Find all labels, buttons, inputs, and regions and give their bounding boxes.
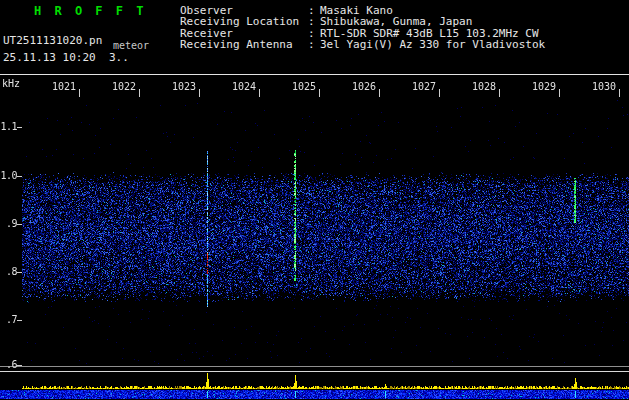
minute-tick	[499, 89, 500, 97]
khz-tick	[17, 365, 22, 366]
y-tick-label: 1.0	[0, 170, 17, 181]
hrofft-screen: H R O F F T UT2511131020.pn meteor 25.11…	[0, 0, 629, 400]
y-axis-unit: kHz	[2, 78, 20, 89]
minute-tick	[259, 89, 260, 97]
minute-tick	[139, 89, 140, 97]
datetime-line: 25.11.13 10:20 3..	[3, 52, 129, 64]
minute-tick	[559, 89, 560, 97]
info-label: Receiving Antenna	[180, 39, 308, 50]
header-separator	[0, 74, 629, 75]
station-info: Observer:Masaki Kano Receiving Location:…	[180, 5, 545, 51]
x-tick-label: 1022	[112, 81, 136, 92]
minute-tick	[439, 89, 440, 97]
minute-tick	[319, 89, 320, 97]
minute-tick	[79, 89, 80, 97]
x-tick-label: 1030	[592, 81, 616, 92]
y-tick-label: .7	[0, 314, 17, 325]
khz-tick	[17, 127, 22, 128]
output-filename: UT2511131020.pn	[3, 35, 102, 47]
minute-tick	[199, 89, 200, 97]
y-tick-label: 1.1	[0, 121, 17, 132]
minute-tick	[379, 89, 380, 97]
minute-tick	[619, 89, 620, 97]
spectrogram-canvas	[0, 76, 629, 400]
x-tick-label: 1026	[352, 81, 376, 92]
khz-tick	[17, 320, 22, 321]
x-tick-label: 1023	[172, 81, 196, 92]
info-row-antenna: Receiving Antenna:3el Yagi(V) Az 330 for…	[180, 39, 545, 50]
khz-tick	[17, 224, 22, 225]
x-tick-label: 1028	[472, 81, 496, 92]
app-title: H R O F F T	[34, 5, 146, 17]
khz-tick	[17, 176, 22, 177]
info-colon: :	[308, 39, 320, 50]
x-tick-label: 1024	[232, 81, 256, 92]
x-tick-label: 1027	[412, 81, 436, 92]
x-tick-label: 1021	[52, 81, 76, 92]
info-value: 3el Yagi(V) Az 330 for Vladivostok	[320, 39, 545, 50]
x-tick-label: 1029	[532, 81, 556, 92]
y-tick-label: .8	[0, 266, 17, 277]
y-tick-label: .9	[0, 218, 17, 229]
khz-tick	[17, 272, 22, 273]
x-tick-label: 1025	[292, 81, 316, 92]
y-tick-label: .6	[0, 359, 17, 370]
